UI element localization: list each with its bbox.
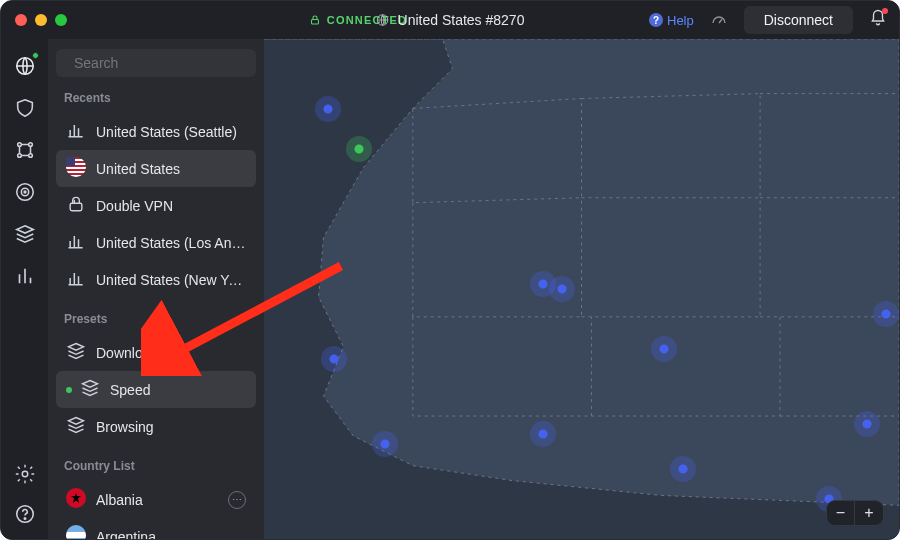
bars-icon — [66, 231, 86, 254]
item-label: United States — [96, 161, 180, 177]
server-node-3[interactable] — [549, 276, 575, 302]
help-icon: ? — [649, 13, 663, 27]
presets-item-1[interactable]: Speed — [56, 371, 256, 408]
flag-al-icon — [66, 488, 86, 511]
help-label: Help — [667, 13, 694, 28]
item-label: Double VPN — [96, 198, 173, 214]
zoom-control: − + — [827, 501, 883, 525]
minimize-window[interactable] — [35, 14, 47, 26]
recents-item-1[interactable]: United States — [56, 150, 256, 187]
presets-heading: Presets — [56, 302, 256, 330]
svg-point-12 — [24, 518, 25, 519]
server-node-5[interactable] — [651, 336, 677, 362]
active-dot-icon — [66, 387, 72, 393]
titlebar-title: United States #8270 — [376, 12, 525, 28]
layers-icon — [80, 378, 100, 401]
zoom-window[interactable] — [55, 14, 67, 26]
server-node-7[interactable] — [530, 421, 556, 447]
country-item-1[interactable]: Argentina — [56, 518, 256, 539]
rail-countries[interactable] — [14, 55, 36, 77]
item-label: United States (Los An… — [96, 235, 245, 251]
flag-us-icon — [66, 157, 86, 180]
bars-icon — [66, 268, 86, 291]
layers-icon — [66, 341, 86, 364]
layers-icon — [66, 415, 86, 438]
item-label: Albania — [96, 492, 143, 508]
map-panel[interactable]: − + — [264, 39, 899, 539]
more-icon[interactable]: ⋯ — [228, 491, 246, 509]
window-controls — [15, 14, 67, 26]
rail-support[interactable] — [14, 503, 36, 525]
presets-item-0[interactable]: Downloads — [56, 334, 256, 371]
connected-dot-icon — [32, 52, 39, 59]
server-node-1[interactable] — [346, 136, 372, 162]
svg-point-4 — [28, 143, 32, 147]
bars-icon — [66, 120, 86, 143]
speed-gauge-icon[interactable] — [710, 11, 728, 29]
globe-icon — [376, 13, 390, 27]
close-window[interactable] — [15, 14, 27, 26]
rail-stats[interactable] — [14, 265, 36, 287]
item-label: Argentina — [96, 529, 156, 540]
rail-mesh[interactable] — [14, 139, 36, 161]
item-label: United States (New Yor… — [96, 272, 246, 288]
rail-target[interactable] — [14, 181, 36, 203]
search-box[interactable] — [56, 49, 256, 77]
server-node-11[interactable] — [873, 301, 899, 327]
rail-presets[interactable] — [14, 223, 36, 245]
sidebar: Recents United States (Seattle)United St… — [48, 39, 264, 539]
recents-item-2[interactable]: Double VPN — [56, 187, 256, 224]
search-input[interactable] — [74, 55, 249, 71]
item-label: United States (Seattle) — [96, 124, 237, 140]
item-label: Speed — [110, 382, 150, 398]
help-link[interactable]: ? Help — [649, 13, 694, 28]
svg-point-10 — [22, 471, 28, 477]
nav-rail — [1, 39, 48, 539]
map-land — [264, 39, 899, 535]
titlebar: CONNECTED United States #8270 ? Help Dis… — [1, 1, 899, 39]
flag-ar-icon — [66, 525, 86, 539]
server-node-6[interactable] — [372, 431, 398, 457]
country-list-heading: Country List — [56, 449, 256, 477]
rail-settings[interactable] — [14, 463, 36, 485]
recents-item-4[interactable]: United States (New Yor… — [56, 261, 256, 298]
server-node-8[interactable] — [670, 456, 696, 482]
recents-item-0[interactable]: United States (Seattle) — [56, 113, 256, 150]
svg-point-9 — [24, 191, 26, 193]
notifications-button[interactable] — [869, 9, 887, 31]
zoom-in-button[interactable]: + — [855, 501, 883, 525]
disconnect-button[interactable]: Disconnect — [744, 6, 853, 34]
server-name: United States #8270 — [398, 12, 525, 28]
item-label: Browsing — [96, 419, 154, 435]
svg-rect-14 — [70, 203, 82, 211]
rail-shield[interactable] — [14, 97, 36, 119]
server-node-10[interactable] — [854, 411, 880, 437]
svg-rect-0 — [311, 20, 318, 25]
doublevpn-icon — [66, 194, 86, 217]
server-node-0[interactable] — [315, 96, 341, 122]
server-node-4[interactable] — [321, 346, 347, 372]
notification-dot — [882, 8, 888, 14]
country-item-0[interactable]: Albania⋯ — [56, 481, 256, 518]
zoom-out-button[interactable]: − — [827, 501, 855, 525]
svg-point-6 — [28, 154, 32, 158]
item-label: Downloads — [96, 345, 165, 361]
recents-item-3[interactable]: United States (Los An… — [56, 224, 256, 261]
lock-icon — [309, 14, 321, 26]
svg-point-5 — [17, 154, 21, 158]
svg-point-3 — [17, 143, 21, 147]
recents-heading: Recents — [56, 81, 256, 109]
presets-item-2[interactable]: Browsing — [56, 408, 256, 445]
app-window: CONNECTED United States #8270 ? Help Dis… — [0, 0, 900, 540]
